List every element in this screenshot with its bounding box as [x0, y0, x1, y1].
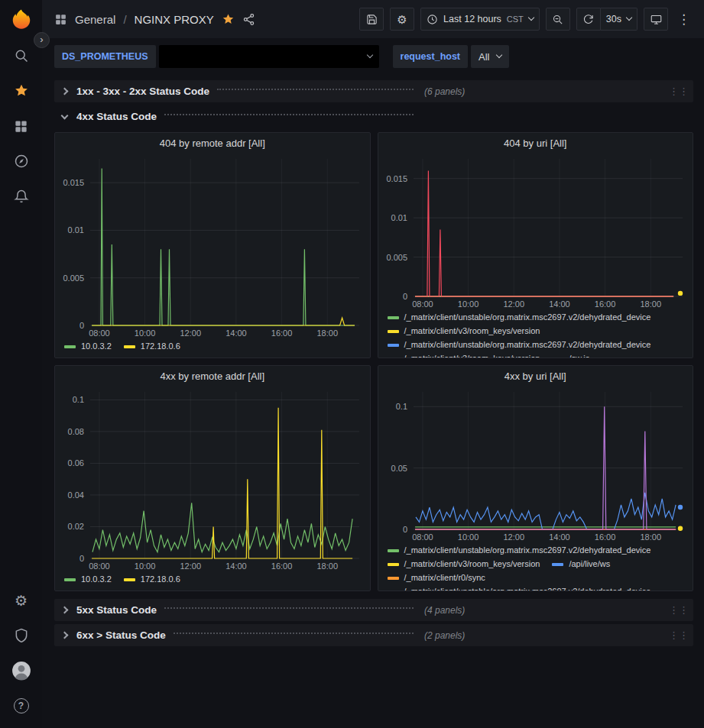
chevron-down-icon: [528, 15, 534, 21]
legend-swatch: [388, 577, 399, 580]
timezone-label: CST: [507, 15, 524, 24]
request-host-variable-label[interactable]: request_host: [393, 45, 469, 68]
server-admin-shield-icon[interactable]: [0, 618, 42, 653]
configuration-gear-icon[interactable]: ⚙: [0, 583, 42, 618]
refresh-button[interactable]: [576, 8, 601, 31]
dashboard-settings-button[interactable]: ⚙: [390, 8, 414, 31]
chart-plot-area[interactable]: 08:0010:0012:0014:0016:0018:0000.020.040…: [55, 386, 370, 572]
share-icon[interactable]: [242, 13, 255, 26]
explore-compass-icon[interactable]: [0, 144, 42, 179]
dashboard-row-5xx[interactable]: 5xx Status Code (4 panels) ⋮⋮: [54, 599, 693, 621]
page-title[interactable]: NGINX PROXY: [135, 13, 214, 26]
panel-404-by-uri: 404 by uri [All] 08:0010:0012:0014:0016:…: [378, 132, 694, 358]
row-drag-handle-icon[interactable]: ⋮⋮: [669, 629, 689, 641]
legend-label: /_matrix/client/unstable/org.matrix.msc2…: [404, 312, 651, 323]
dashboard-row-4xx[interactable]: 4xx Status Code: [54, 105, 693, 128]
row-left: 6xx > Status Code: [59, 629, 421, 641]
expand-chevron-icon: ›: [40, 34, 43, 45]
legend-item[interactable]: 172.18.0.6: [124, 341, 180, 352]
row-left: 1xx - 3xx - 2xx Status Code: [59, 86, 421, 97]
legend-swatch: [552, 563, 563, 566]
time-range-picker[interactable]: Last 12 hours CST: [420, 8, 540, 31]
legend-item[interactable]: /_matrix/client/v3/room_keys/version: [388, 325, 540, 337]
dashboard-row-1xx-3xx-2xx[interactable]: 1xx - 3xx - 2xx Status Code (6 panels) ⋮…: [54, 80, 693, 102]
chevron-right-icon: [61, 88, 69, 95]
request-host-variable: request_host All: [393, 45, 510, 68]
variables-bar: DS_PROMETHEUS request_host All: [42, 38, 704, 76]
legend-item[interactable]: /_matrix/client/unstable/org.matrix.msc2…: [388, 339, 651, 351]
svg-text:10:00: 10:00: [457, 299, 479, 309]
row-left: 5xx Status Code: [59, 604, 421, 616]
panel-title[interactable]: 4xx by remote addr [All]: [55, 366, 370, 386]
legend-item[interactable]: 10.0.3.2: [64, 341, 112, 352]
legend-label: /_matrix/client/v3/room_keys/version: [404, 325, 540, 337]
main-area: General / NGINX PROXY ⚙: [42, 0, 704, 728]
svg-text:0.06: 0.06: [68, 458, 84, 468]
kebab-menu-icon[interactable]: ⋮: [674, 11, 693, 28]
panel-title[interactable]: 4xx by uri [All]: [378, 366, 693, 386]
chart-plot-area[interactable]: 08:0010:0012:0014:0016:0018:0000.0050.01…: [378, 153, 693, 310]
legend-swatch: [388, 590, 399, 592]
chevron-down-icon: [496, 52, 502, 58]
svg-text:18:00: 18:00: [640, 532, 661, 542]
svg-text:0.1: 0.1: [395, 402, 407, 411]
legend-item[interactable]: /sw.js: [552, 353, 589, 358]
chart-plot-area[interactable]: 08:0010:0012:0014:0016:0018:0000.0050.01…: [55, 153, 370, 339]
navbar: General / NGINX PROXY ⚙: [42, 0, 704, 38]
legend-item[interactable]: 10.0.3.2: [64, 574, 112, 585]
svg-text:12:00: 12:00: [503, 299, 524, 309]
row-title: 1xx - 3xx - 2xx Status Code: [76, 86, 209, 97]
svg-text:10:00: 10:00: [457, 532, 479, 542]
panel-4xx-by-remote-addr: 4xx by remote addr [All] 08:0010:0012:00…: [54, 365, 371, 591]
row-dotted-leader: [217, 89, 414, 90]
breadcrumb-section[interactable]: General: [75, 13, 115, 26]
clock-icon: [427, 14, 438, 25]
save-dashboard-button[interactable]: [359, 8, 384, 31]
panel-legend: /_matrix/client/unstable/org.matrix.msc2…: [378, 310, 693, 358]
favorite-star-icon[interactable]: [222, 13, 235, 26]
legend-item[interactable]: /api/live/ws: [552, 558, 610, 570]
svg-text:10:00: 10:00: [135, 328, 156, 338]
datasource-variable-value[interactable]: [159, 45, 379, 68]
navbar-actions: ⚙ Last 12 hours CST: [359, 8, 693, 31]
legend-item[interactable]: /_matrix/client/v3/room_keys/version: [388, 558, 540, 570]
zoom-out-button[interactable]: [546, 8, 570, 31]
help-icon[interactable]: ?: [0, 688, 42, 723]
legend-item[interactable]: /_matrix/client/v3/room_keys/version: [388, 353, 540, 358]
avatar[interactable]: [0, 653, 42, 688]
panel-title[interactable]: 404 by uri [All]: [378, 133, 693, 153]
chevron-down-icon: [61, 112, 69, 119]
row-drag-handle-icon[interactable]: ⋮⋮: [669, 86, 689, 97]
breadcrumb-separator: /: [123, 13, 126, 26]
datasource-variable-label[interactable]: DS_PROMETHEUS: [54, 45, 156, 68]
legend-swatch: [124, 345, 135, 348]
legend-item[interactable]: 172.18.0.6: [124, 574, 180, 585]
row-title: 6xx > Status Code: [76, 629, 166, 641]
dashboard-row-6xx[interactable]: 6xx > Status Code (2 panels) ⋮⋮: [54, 624, 693, 646]
row-drag-handle-icon[interactable]: ⋮⋮: [669, 604, 689, 616]
request-host-variable-value[interactable]: All: [471, 45, 509, 68]
chevron-down-icon: [626, 15, 632, 21]
dashboards-icon[interactable]: [0, 108, 42, 144]
tv-kiosk-button[interactable]: [644, 8, 668, 31]
refresh-interval-dropdown[interactable]: 30s: [601, 8, 637, 31]
svg-text:0.005: 0.005: [63, 273, 84, 283]
legend-label: 172.18.0.6: [141, 574, 180, 585]
legend-item[interactable]: /_matrix/client/unstable/org.matrix.msc2…: [388, 312, 651, 323]
legend-item[interactable]: /_matrix/client/unstable/org.matrix.msc2…: [388, 586, 651, 591]
grafana-logo[interactable]: [0, 0, 42, 38]
svg-text:18:00: 18:00: [316, 561, 338, 571]
chart-plot-area[interactable]: 08:0010:0012:0014:0016:0018:0000.050.1: [378, 386, 693, 543]
panel-title[interactable]: 404 by remote addr [All]: [55, 133, 370, 153]
svg-text:0.01: 0.01: [391, 213, 407, 222]
legend-swatch: [388, 563, 399, 566]
starred-dashboards-icon[interactable]: [0, 73, 42, 108]
sidebar-expand-button[interactable]: ›: [34, 32, 50, 48]
svg-text:0: 0: [79, 554, 84, 563]
svg-text:0.05: 0.05: [391, 464, 407, 473]
alerting-bell-icon[interactable]: [0, 179, 42, 214]
legend-item[interactable]: /_matrix/client/unstable/org.matrix.msc2…: [388, 545, 651, 556]
svg-text:08:00: 08:00: [412, 532, 433, 542]
legend-item[interactable]: /_matrix/client/r0/sync: [388, 572, 485, 584]
legend-swatch: [388, 316, 399, 319]
